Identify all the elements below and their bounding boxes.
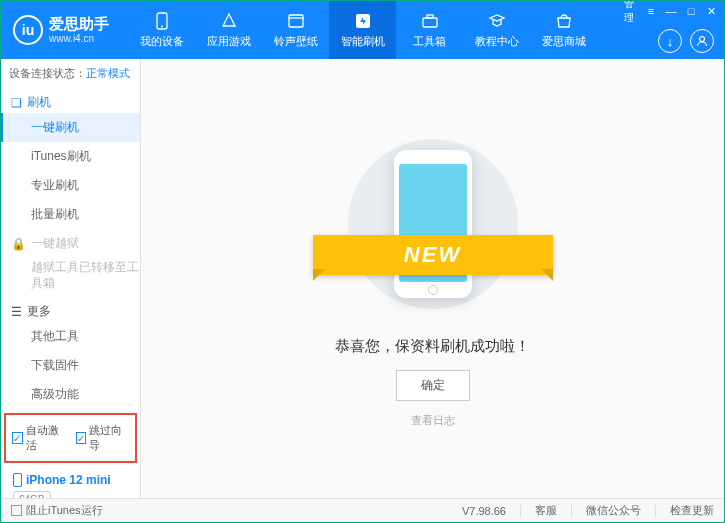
titlebar: iu 爱思助手 www.i4.cn 我的设备 应用游戏 铃声壁纸 智能刷机: [1, 1, 724, 59]
section-label: 更多: [27, 303, 51, 320]
sidebar-item-pro[interactable]: 专业刷机: [1, 171, 140, 200]
nav-toolbox[interactable]: 工具箱: [396, 1, 463, 59]
sidebar: 设备连接状态：正常模式 ❏ 刷机 一键刷机 iTunes刷机 专业刷机 批量刷机…: [1, 59, 141, 498]
sidebar-item-oneclick[interactable]: 一键刷机: [1, 113, 140, 142]
nav-my-device[interactable]: 我的设备: [128, 1, 195, 59]
checkbox-icon: [11, 505, 22, 516]
maximize-icon[interactable]: □: [684, 4, 698, 18]
nav-label: 铃声壁纸: [274, 34, 318, 49]
nav-tutorials[interactable]: 教程中心: [463, 1, 530, 59]
nav-flash[interactable]: 智能刷机: [329, 1, 396, 59]
connection-status: 设备连接状态：正常模式: [1, 59, 140, 88]
brand-url: www.i4.cn: [49, 33, 109, 44]
status-mode: 正常模式: [86, 67, 130, 79]
skin-button[interactable]: 管理: [624, 4, 638, 18]
svg-rect-4: [423, 18, 437, 27]
sidebar-item-other[interactable]: 其他工具: [1, 322, 140, 351]
menu-icon[interactable]: ≡: [644, 4, 658, 18]
ok-button[interactable]: 确定: [396, 370, 470, 401]
app-logo-block: iu 爱思助手 www.i4.cn: [13, 15, 128, 45]
phone-illustration-icon: [394, 150, 472, 298]
update-link[interactable]: 检查更新: [670, 503, 714, 518]
nav-label: 工具箱: [413, 34, 446, 49]
tutorial-icon: [487, 11, 507, 31]
checkbox-skip-guide[interactable]: ✓ 跳过向导: [76, 423, 130, 453]
more-icon: ☰: [11, 305, 22, 319]
flash-section-icon: ❏: [11, 96, 22, 110]
new-ribbon: NEW: [313, 235, 553, 275]
svg-rect-5: [427, 15, 433, 18]
svg-point-1: [161, 26, 163, 28]
checkbox-icon: ✓: [76, 432, 87, 444]
sidebar-item-batch[interactable]: 批量刷机: [1, 200, 140, 229]
wechat-link[interactable]: 微信公众号: [586, 503, 641, 518]
minimize-icon[interactable]: ―: [664, 4, 678, 18]
device-name-row[interactable]: iPhone 12 mini: [13, 471, 132, 489]
checkbox-label: 阻止iTunes运行: [26, 503, 103, 518]
close-icon[interactable]: ✕: [704, 4, 718, 18]
nav-label: 智能刷机: [341, 34, 385, 49]
device-capacity: 64GB: [13, 491, 51, 498]
wallpaper-icon: [286, 11, 306, 31]
support-link[interactable]: 客服: [535, 503, 557, 518]
main-panel: NEW 恭喜您，保资料刷机成功啦！ 确定 查看日志: [141, 59, 724, 498]
nav-label: 教程中心: [475, 34, 519, 49]
checkbox-block-itunes[interactable]: 阻止iTunes运行: [11, 503, 103, 518]
checkbox-label: 自动激活: [26, 423, 66, 453]
lock-icon: 🔒: [11, 237, 26, 251]
nav-wallpaper[interactable]: 铃声壁纸: [262, 1, 329, 59]
section-jailbreak: 🔒 一键越狱: [1, 229, 140, 254]
success-message: 恭喜您，保资料刷机成功啦！: [335, 337, 530, 356]
sidebar-item-download[interactable]: 下载固件: [1, 351, 140, 380]
logo-icon: iu: [13, 15, 43, 45]
sidebar-item-itunes[interactable]: iTunes刷机: [1, 142, 140, 171]
nav-apps[interactable]: 应用游戏: [195, 1, 262, 59]
options-row: ✓ 自动激活 ✓ 跳过向导: [4, 413, 137, 463]
download-icon[interactable]: ↓: [658, 29, 682, 53]
checkbox-label: 跳过向导: [89, 423, 129, 453]
version-label: V7.98.66: [462, 505, 506, 517]
toolbox-icon: [420, 11, 440, 31]
checkbox-auto-activate[interactable]: ✓ 自动激活: [12, 423, 66, 453]
section-flash[interactable]: ❏ 刷机: [1, 88, 140, 113]
device-phone-icon: [13, 473, 22, 487]
main-nav: 我的设备 应用游戏 铃声壁纸 智能刷机 工具箱 教程中心: [128, 1, 597, 59]
statusbar: 阻止iTunes运行 V7.98.66 客服 微信公众号 检查更新: [1, 498, 724, 522]
svg-rect-2: [289, 15, 303, 27]
section-label: 刷机: [27, 94, 51, 111]
nav-label: 应用游戏: [207, 34, 251, 49]
phone-icon: [152, 11, 172, 31]
nav-label: 爱思商城: [542, 34, 586, 49]
jailbreak-note: 越狱工具已转移至工具箱: [1, 254, 140, 297]
section-more[interactable]: ☰ 更多: [1, 297, 140, 322]
sidebar-item-advanced[interactable]: 高级功能: [1, 380, 140, 409]
device-info: iPhone 12 mini 64GB Down-12mini-13,1: [1, 467, 140, 498]
flash-icon: [353, 11, 373, 31]
view-log-link[interactable]: 查看日志: [411, 413, 455, 428]
nav-store[interactable]: 爱思商城: [530, 1, 597, 59]
window-controls: 管理 ≡ ― □ ✕: [624, 4, 718, 18]
section-label: 一键越狱: [31, 235, 79, 252]
user-icon[interactable]: [690, 29, 714, 53]
svg-point-6: [700, 37, 705, 42]
checkbox-icon: ✓: [12, 432, 23, 444]
device-name: iPhone 12 mini: [26, 471, 111, 489]
brand-name: 爱思助手: [49, 16, 109, 33]
success-illustration: NEW: [348, 129, 518, 319]
apps-icon: [219, 11, 239, 31]
store-icon: [554, 11, 574, 31]
nav-label: 我的设备: [140, 34, 184, 49]
